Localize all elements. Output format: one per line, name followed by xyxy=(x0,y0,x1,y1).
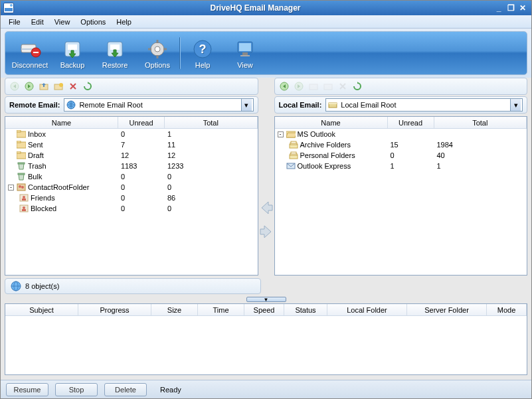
tree-row[interactable]: Personal Folders040 xyxy=(275,150,527,161)
restore-icon xyxy=(103,37,127,61)
row-total: 1 xyxy=(434,162,501,170)
menu-bar: File Edit View Options Help xyxy=(1,15,531,29)
remote-tree-header: Name Unread Total xyxy=(5,117,258,129)
restore-button[interactable]: Restore xyxy=(94,36,135,70)
col-time[interactable]: Time xyxy=(198,304,244,315)
panes-container: Remote Email: Remote Email Root ▾ Name U… xyxy=(1,78,531,276)
help-button[interactable]: ? Help xyxy=(182,36,223,70)
minimize-button[interactable]: _ xyxy=(493,3,505,13)
col-unread[interactable]: Unread xyxy=(118,117,165,128)
view-button[interactable]: View xyxy=(224,36,266,70)
options-button[interactable]: Options xyxy=(137,36,178,70)
tree-row[interactable]: Outlook Express11 xyxy=(275,161,527,171)
up-button[interactable] xyxy=(39,81,49,92)
close-button[interactable]: ✕ xyxy=(517,3,529,13)
remote-status-text: 8 object(s) xyxy=(25,282,59,290)
col-mode[interactable]: Mode xyxy=(487,304,527,315)
transfer-arrows xyxy=(258,78,274,276)
new-folder-button[interactable] xyxy=(53,81,64,92)
tree-row[interactable]: Draft1212 xyxy=(5,150,258,161)
transfer-list[interactable]: Subject Progress Size Time Speed Status … xyxy=(5,303,527,375)
tree-row[interactable]: Blocked00 xyxy=(5,203,258,214)
tree-row[interactable]: Friends086 xyxy=(5,193,258,203)
delete-transfer-button[interactable]: Delete xyxy=(104,383,147,396)
svg-point-41 xyxy=(23,196,25,199)
local-tree-header: Name Unread Total xyxy=(275,117,527,129)
col-size[interactable]: Size xyxy=(151,304,198,315)
window-title: DriveHQ Email Manager xyxy=(18,3,493,13)
forward-button[interactable] xyxy=(24,81,35,92)
tree-row[interactable]: Archive Folders151984 xyxy=(275,139,527,150)
transfer-left-button[interactable] xyxy=(258,199,275,216)
monitor-icon xyxy=(233,37,257,61)
tree-row[interactable]: Inbox01 xyxy=(5,129,258,139)
col-total[interactable]: Total xyxy=(165,117,258,128)
remote-mini-toolbar xyxy=(5,78,258,95)
globe-icon xyxy=(66,100,76,110)
chevron-down-icon[interactable]: ▾ xyxy=(241,99,252,111)
svg-rect-58 xyxy=(291,152,296,154)
expander-icon[interactable]: - xyxy=(8,185,14,191)
menu-file[interactable]: File xyxy=(3,17,26,27)
local-mini-toolbar xyxy=(274,78,528,95)
col-name[interactable]: Name xyxy=(275,117,388,128)
back-button[interactable] xyxy=(279,81,290,92)
col-local-folder[interactable]: Local Folder xyxy=(327,304,407,315)
col-speed[interactable]: Speed xyxy=(244,304,284,315)
forward-button[interactable] xyxy=(294,81,304,92)
refresh-button[interactable] xyxy=(352,81,363,92)
col-server-folder[interactable]: Server Folder xyxy=(407,304,487,315)
delete-button[interactable] xyxy=(337,81,348,92)
splitter-handle[interactable]: ▼ xyxy=(246,297,286,302)
back-button[interactable] xyxy=(9,81,20,92)
backup-label: Backup xyxy=(60,61,85,69)
menu-view[interactable]: View xyxy=(49,17,76,27)
col-subject[interactable]: Subject xyxy=(5,304,78,315)
resume-button[interactable]: Resume xyxy=(6,383,48,396)
remote-root-combo[interactable]: Remote Email Root ▾ xyxy=(64,98,253,112)
svg-rect-51 xyxy=(329,103,337,104)
tree-row[interactable]: -MS Outlook xyxy=(275,129,527,139)
tree-row[interactable]: Bulk00 xyxy=(5,171,258,182)
bottom-bar: Resume Stop Delete Ready xyxy=(1,380,531,398)
refresh-button[interactable] xyxy=(82,81,93,92)
tree-row[interactable]: Trash11831233 xyxy=(5,161,258,171)
maximize-button[interactable]: ❐ xyxy=(505,3,517,13)
horizontal-splitter[interactable]: ▼ xyxy=(1,295,531,303)
menu-help[interactable]: Help xyxy=(111,17,137,27)
row-unread: 0 xyxy=(388,151,434,159)
local-tree[interactable]: Name Unread Total -MS OutlookArchive Fol… xyxy=(274,116,528,276)
col-total[interactable]: Total xyxy=(434,117,527,128)
svg-rect-48 xyxy=(310,84,317,90)
disconnect-button[interactable]: Disconnect xyxy=(9,36,50,70)
svg-point-44 xyxy=(23,206,25,209)
backup-button[interactable]: Backup xyxy=(52,36,93,70)
local-root-combo[interactable]: Local Email Root ▾ xyxy=(325,98,523,112)
menu-options[interactable]: Options xyxy=(75,17,111,27)
remote-pane: Remote Email: Remote Email Root ▾ Name U… xyxy=(5,78,258,276)
svg-point-27 xyxy=(59,83,63,87)
row-total: 1 xyxy=(165,130,231,138)
stop-button[interactable]: Stop xyxy=(55,383,98,396)
local-root-text: Local Email Root xyxy=(341,101,507,109)
new-folder-button[interactable] xyxy=(323,81,333,92)
col-unread[interactable]: Unread xyxy=(388,117,434,128)
tree-row[interactable]: Sent711 xyxy=(5,139,258,150)
menu-edit[interactable]: Edit xyxy=(26,17,49,27)
col-name[interactable]: Name xyxy=(5,117,118,128)
col-progress[interactable]: Progress xyxy=(78,304,151,315)
row-label: ContactRootFolder xyxy=(28,183,89,191)
row-total: 86 xyxy=(165,194,231,202)
title-bar: DriveHQ Email Manager _ ❐ ✕ xyxy=(1,1,531,15)
col-status[interactable]: Status xyxy=(284,304,327,315)
chevron-down-icon[interactable]: ▾ xyxy=(510,99,521,111)
remote-tree[interactable]: Name Unread Total Inbox01Sent711Draft121… xyxy=(5,116,258,276)
up-button[interactable] xyxy=(308,81,319,92)
expander-icon[interactable]: - xyxy=(278,131,284,137)
tree-row[interactable]: -ContactRootFolder00 xyxy=(5,182,258,193)
globe-icon xyxy=(11,281,21,291)
transfer-right-button[interactable] xyxy=(258,223,275,240)
row-unread: 0 xyxy=(118,130,165,138)
delete-button[interactable] xyxy=(68,81,78,92)
row-unread: 15 xyxy=(388,141,434,149)
